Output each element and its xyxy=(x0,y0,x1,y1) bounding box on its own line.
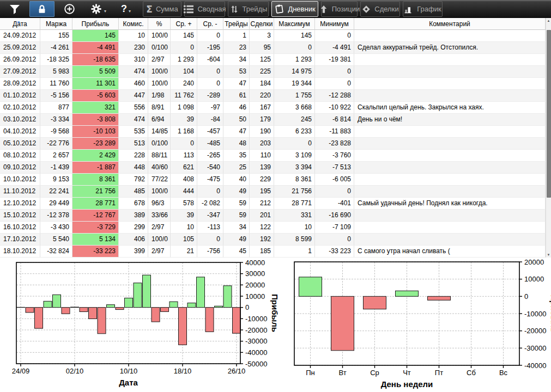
toolbar-add-button[interactable] xyxy=(59,1,80,17)
cell-comment xyxy=(354,54,546,66)
tab-positions[interactable]: Позиции xyxy=(321,1,358,17)
cell-date: 24.09.2012 xyxy=(0,30,40,42)
tab-sum[interactable]: ΣСумма xyxy=(143,1,181,17)
table-row[interactable]: 25.09.2012-4 261-4 4912300/1000-19523950… xyxy=(0,42,546,54)
cell-avgwin: 578 xyxy=(171,198,197,210)
column-header-comm[interactable]: Комис. xyxy=(119,18,148,30)
cell-date: 25.09.2012 xyxy=(0,42,40,54)
cell-avgloss: -457 xyxy=(197,126,223,138)
cell-trades: 35 xyxy=(223,150,250,162)
column-header-margin[interactable]: Маржа xyxy=(40,18,72,30)
cell-max: 3 668 xyxy=(274,102,315,114)
tab-diary[interactable]: Дневник xyxy=(271,1,318,17)
cell-comment: Сделал аккуратный трейд. Отстопился. xyxy=(354,42,546,54)
cell-min: -6 005 xyxy=(315,174,354,186)
cell-comment: Самый удачный день! Поднял как никогда. xyxy=(354,198,546,210)
chevron-down-icon: ▾ xyxy=(104,9,106,14)
table-row[interactable]: 10.10.20129 1538 36179277/22408-47540229… xyxy=(0,174,546,186)
cell-avgwin: 1 098 xyxy=(171,102,197,114)
table-row[interactable]: 12.10.201229 44928 77167896/3578-2 08259… xyxy=(0,198,546,210)
toolbar-lock-button[interactable] xyxy=(29,1,55,17)
column-header-pct[interactable]: % xyxy=(148,18,171,30)
cell-min: -6 814 xyxy=(315,114,354,126)
table-row[interactable]: 09.10.2012-1 439-1 88744840/60621-540251… xyxy=(0,162,546,174)
table-row[interactable]: 28.09.201211 76011 301460100/02400471841… xyxy=(0,78,546,90)
table-row[interactable]: 11.10.201222 24121 756485100/04440491952… xyxy=(0,186,546,198)
table-row[interactable]: 16.10.2012-3 430-3 7292992/9710-11334122… xyxy=(0,222,546,234)
cell-comm: 513 xyxy=(119,138,148,150)
svg-text:-20000: -20000 xyxy=(245,326,267,334)
cell-pct: 6/94 xyxy=(148,114,171,126)
table-row[interactable]: 26.09.2012-18 325-18 6353102/971 293-604… xyxy=(0,54,546,66)
column-header-comment[interactable]: Комментарий xyxy=(354,18,546,30)
table-scrollbar[interactable]: ▲ ▼ xyxy=(546,18,551,258)
cell-date: 04.10.2012 xyxy=(0,126,40,138)
cell-min: 0 xyxy=(315,66,354,78)
cell-avgloss: 0 xyxy=(197,66,223,78)
column-header-avgloss[interactable]: Ср. - xyxy=(197,18,223,30)
cell-deals: 229 xyxy=(250,174,274,186)
sort-filter-icon[interactable]: ▼ xyxy=(16,17,21,28)
table-row[interactable]: 27.09.20125 9835 509474100/010405322514 … xyxy=(0,66,546,78)
cell-margin: 2 657 xyxy=(40,150,72,162)
cell-deals: 95 xyxy=(250,42,274,54)
tab-chart[interactable]: График xyxy=(403,1,443,17)
cell-pct: 8/91 xyxy=(148,102,171,114)
tab-deals[interactable]: Сделки xyxy=(360,1,400,17)
table-row[interactable]: 04.10.2012-9 568-10 10353514/851 168-457… xyxy=(0,126,546,138)
cell-avgwin: 444 xyxy=(171,186,197,198)
column-header-max[interactable]: Максимум xyxy=(274,18,315,30)
cell-comm: 678 xyxy=(119,198,148,210)
cell-profit: 5 509 xyxy=(72,66,119,78)
cell-comment xyxy=(354,138,546,150)
scrollbar-thumb[interactable] xyxy=(547,30,551,198)
toolbar-help-button[interactable]: ?▾ xyxy=(113,1,138,17)
scroll-up-icon[interactable]: ▲ xyxy=(546,19,551,22)
column-header-min[interactable]: Минимум xyxy=(315,18,354,30)
table-row[interactable]: 24.09.201215514510100/01450131450 xyxy=(0,30,546,42)
cell-margin: 5 540 xyxy=(40,234,72,246)
cell-min: -23 828 xyxy=(315,138,354,150)
cell-max: 6 233 xyxy=(274,126,315,138)
svg-text:10000: 10000 xyxy=(524,275,544,283)
toolbar-settings-button[interactable]: ▾ xyxy=(85,1,111,17)
column-header-deals[interactable]: Сделки xyxy=(250,18,274,30)
cell-avgloss: -265 xyxy=(197,150,223,162)
cell-avgloss: 0 xyxy=(197,186,223,198)
cell-avgwin: 240 xyxy=(171,78,197,90)
cell-trades: 59 xyxy=(223,198,250,210)
table-row[interactable]: 15.10.2012-12 378-12 76738933/6639-34759… xyxy=(0,210,546,222)
table-row[interactable]: 02.10.20128773215568/911 098-97461673 66… xyxy=(0,102,546,114)
cell-avgloss: 0 xyxy=(197,78,223,90)
cell-profit: 11 301 xyxy=(72,78,119,90)
table-row[interactable]: 05.10.2012-22 776-23 2895130/1000-485482… xyxy=(0,138,546,150)
cell-comm: 230 xyxy=(119,42,148,54)
cell-profit: 145 xyxy=(72,30,119,42)
table-row[interactable]: 01.10.2012-5 156-5 6034471/9811 762-2896… xyxy=(0,90,546,102)
cell-profit: -3 729 xyxy=(72,222,119,234)
column-header-trades[interactable]: Трейды xyxy=(223,18,250,30)
cell-profit: 5 134 xyxy=(72,234,119,246)
toolbar-filter-button[interactable] xyxy=(4,1,25,17)
svg-text:-30000: -30000 xyxy=(524,344,546,352)
tab-trades[interactable]: Трейды xyxy=(228,1,269,17)
column-header-profit[interactable]: Прибыль xyxy=(72,18,119,30)
cell-max: 8 599 xyxy=(274,234,315,246)
cell-avgwin: 113 xyxy=(171,150,197,162)
table-row[interactable]: 17.10.20125 5405 134406100/01050491928 5… xyxy=(0,234,546,246)
cell-min: -12 288 xyxy=(315,90,354,102)
cell-deals: 212 xyxy=(250,198,274,210)
cell-profit: -1 887 xyxy=(72,162,119,174)
cell-comm: 792 xyxy=(119,174,148,186)
cell-max: 245 xyxy=(274,114,315,126)
svg-text:Вт: Вт xyxy=(338,369,346,377)
sigma-icon: Σ xyxy=(146,4,153,15)
cell-max: 3 394 xyxy=(274,162,315,174)
table-row[interactable]: 08.10.20122 6572 42922888/11113-26535110… xyxy=(0,150,546,162)
tab-pivot[interactable]: Сводная xyxy=(184,1,225,17)
table-row[interactable]: 03.10.2012-3 334-3 8084746/9439-84501792… xyxy=(0,114,546,126)
cell-trades: 34 xyxy=(223,222,250,234)
cell-avgwin: 1 168 xyxy=(171,126,197,138)
column-header-avgwin[interactable]: Ср. + xyxy=(171,18,197,30)
cell-margin: -3 334 xyxy=(40,114,72,126)
